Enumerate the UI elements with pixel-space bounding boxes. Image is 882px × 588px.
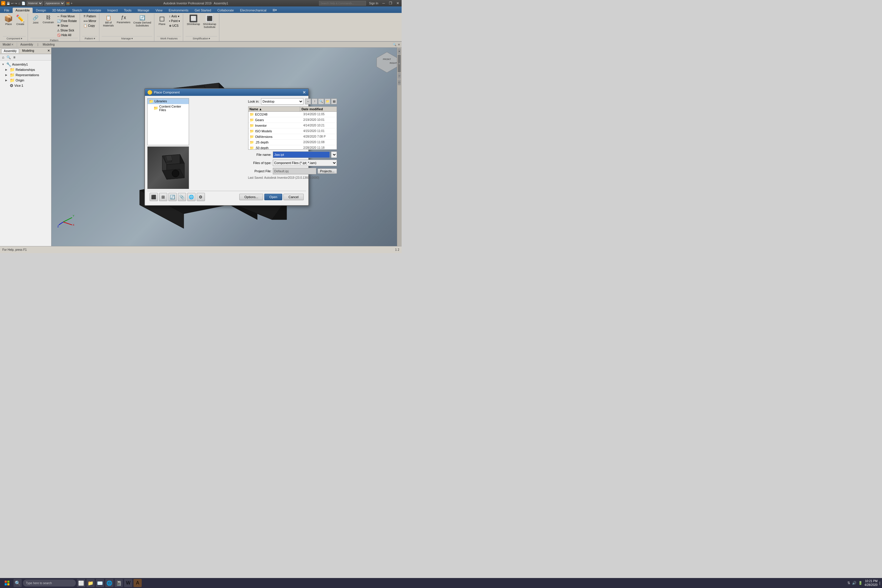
- axis-button[interactable]: ↕ Axis ▾: [168, 14, 181, 18]
- tab-inspect[interactable]: Inspect: [104, 8, 120, 13]
- free-move-button[interactable]: ↔ Free Move: [56, 14, 78, 18]
- projects-button[interactable]: Projects...: [318, 168, 337, 174]
- create-derived-button[interactable]: 🔄 Create DerivedSubstitutes: [132, 14, 153, 28]
- tab-view[interactable]: View: [153, 8, 165, 13]
- tab-file[interactable]: File: [1, 8, 12, 13]
- plane-button[interactable]: ◻ Plane: [157, 14, 167, 27]
- tree-origin[interactable]: ▶ 📁 Origin: [5, 78, 50, 83]
- simplification-group-label[interactable]: Simplification ▾: [186, 36, 217, 40]
- tab-collaborate[interactable]: Collaborate: [214, 8, 237, 13]
- qat-save[interactable]: 💾: [6, 2, 10, 5]
- panel-assembly[interactable]: Assembly: [20, 43, 34, 46]
- nav-view-btn[interactable]: ▤: [331, 99, 337, 104]
- file-name-dropdown[interactable]: ▾: [331, 152, 337, 158]
- file-item-inventor[interactable]: 📁 Inventor 4/14/2020 10:21: [248, 123, 337, 129]
- viewport[interactable]: FRONT RIGHT × ⊙ ☞ □: [51, 48, 402, 246]
- close-btn[interactable]: ✕: [395, 1, 400, 5]
- qat-undo[interactable]: ↩: [11, 2, 14, 5]
- qat-home[interactable]: ⌂: [18, 2, 20, 5]
- tree-vice[interactable]: ⚙ Vice:1: [5, 83, 50, 88]
- col-name-header[interactable]: Name ▲: [248, 107, 300, 111]
- pattern-button[interactable]: ⠿ Pattern: [82, 14, 98, 18]
- sign-in[interactable]: Sign In: [368, 2, 379, 5]
- tab-assemble[interactable]: Assemble: [13, 8, 33, 13]
- tab-assembly[interactable]: Assembly: [1, 48, 19, 53]
- qat-new[interactable]: 📄: [21, 2, 26, 5]
- file-item-eco248[interactable]: 📁 ECO248 3/14/2020 11:05: [248, 112, 337, 117]
- parameters-button[interactable]: ƒx Parameters: [116, 14, 132, 25]
- libraries-item[interactable]: 📁 Libraries: [148, 99, 189, 104]
- dialog-close-button[interactable]: ✕: [303, 90, 306, 94]
- tab-more[interactable]: ⊞▾: [270, 8, 280, 13]
- file-list[interactable]: 📁 ECO248 3/14/2020 11:05 📁 Gears: [248, 111, 337, 150]
- tab-modeling[interactable]: Modeling: [20, 48, 36, 53]
- pattern-group-label[interactable]: Pattern ▾: [82, 36, 98, 40]
- cancel-button[interactable]: Cancel: [284, 194, 303, 200]
- manage-group-label[interactable]: Manage ▾: [102, 36, 152, 40]
- nav-search-btn[interactable]: 🔍: [318, 99, 324, 104]
- restore-btn[interactable]: ❐: [388, 1, 393, 5]
- dialog-tool-5[interactable]: 🌐: [187, 193, 195, 201]
- look-in-dropdown[interactable]: Desktop: [261, 98, 303, 105]
- sidebar-home-icon[interactable]: ⌂: [1, 55, 5, 60]
- nav-folder-btn[interactable]: 📁: [325, 99, 330, 104]
- joint-button[interactable]: 🔗 Joint: [30, 14, 41, 25]
- content-center-item[interactable]: 📁 Content Center Files: [148, 104, 189, 112]
- sidebar-search-icon[interactable]: 🔍: [6, 55, 12, 60]
- dialog-tool-6[interactable]: ⚙: [196, 193, 205, 201]
- place-button[interactable]: 📦 Place: [3, 14, 14, 27]
- minimize-btn[interactable]: ─: [381, 1, 386, 5]
- file-item-50depth[interactable]: 📁 .50 depth 2/28/2020 11:18: [248, 145, 337, 150]
- tree-root[interactable]: ▼ 🔧 Assembly1: [1, 62, 50, 67]
- point-button[interactable]: • Point ▾: [168, 19, 181, 23]
- dialog-tool-4[interactable]: 📎: [178, 193, 186, 201]
- appearance-dropdown[interactable]: Appearance: [44, 1, 65, 6]
- component-group-label[interactable]: Component ▾: [3, 36, 26, 40]
- dialog-tool-2[interactable]: ⊞: [159, 193, 167, 201]
- material-dropdown[interactable]: Material: [27, 1, 43, 6]
- dialog-tool-3[interactable]: 🔄: [168, 193, 177, 201]
- file-item-gears[interactable]: 📁 Gears 2/19/2020 10:01: [248, 117, 337, 123]
- tab-3dmodel[interactable]: 3D Model: [49, 8, 69, 13]
- ucs-button[interactable]: ⊕ UCS: [168, 24, 181, 28]
- tab-sketch[interactable]: Sketch: [69, 8, 85, 13]
- tab-manage[interactable]: Manage: [135, 8, 152, 13]
- file-item-oldversions[interactable]: 📁 OldVersions 4/28/2020 7:08 P: [248, 134, 337, 140]
- copy-button[interactable]: 📋 Copy: [82, 24, 98, 28]
- mirror-button[interactable]: ⟺ Mirror: [82, 19, 98, 23]
- tab-tools[interactable]: Tools: [121, 8, 135, 13]
- shrinkwrap-substitute-button[interactable]: 🔳 ShrinkwrapSubstitute: [202, 14, 217, 29]
- tab-annotate[interactable]: Annotate: [85, 8, 104, 13]
- file-item-isomodels[interactable]: 📁 ISO Models 4/15/2020 11:01: [248, 129, 337, 134]
- open-button[interactable]: Open: [264, 194, 282, 200]
- dialog-tool-1[interactable]: ⬛: [150, 193, 158, 201]
- panel-search-icon[interactable]: 🔍: [393, 43, 396, 46]
- nav-back-btn[interactable]: ←: [305, 99, 311, 104]
- folder-tree-panel[interactable]: 📁 Libraries 📁 Content Center Files: [147, 98, 189, 145]
- show-sick-button[interactable]: ⚠ Show Sick: [56, 28, 78, 33]
- qat-calc[interactable]: 🧮: [66, 2, 70, 5]
- qat-redo[interactable]: ↪: [15, 2, 17, 5]
- create-button[interactable]: ✏️ Create: [15, 14, 26, 27]
- constrain-button[interactable]: ⛓ Constrain: [42, 14, 55, 25]
- tab-getstarted[interactable]: Get Started: [192, 8, 214, 13]
- files-type-dropdown[interactable]: Component Files (*.ipt; *.iam): [273, 160, 337, 166]
- help-search[interactable]: [319, 1, 366, 6]
- sidebar-menu-icon[interactable]: ≡: [12, 55, 16, 60]
- file-name-input[interactable]: [273, 152, 330, 158]
- bom-button[interactable]: 📋 Bill ofMaterials: [102, 14, 115, 28]
- show-button[interactable]: 👁 Show: [56, 24, 78, 28]
- hide-all-button[interactable]: 🚫 Hide All: [56, 33, 78, 38]
- shrinkwrap-button[interactable]: 🔲 Shrinkwrap: [186, 14, 201, 27]
- options-button[interactable]: Options...: [239, 194, 263, 200]
- tree-representations[interactable]: ▶ 📁 Representations: [5, 72, 50, 78]
- free-rotate-button[interactable]: 🔄 Free Rotate: [56, 19, 78, 23]
- file-item-25depth[interactable]: 📁 .25 depth 2/26/2020 11:08: [248, 140, 337, 145]
- close-model-btn[interactable]: ✕: [47, 49, 50, 52]
- tab-design[interactable]: Design: [33, 8, 49, 13]
- panel-menu-icon[interactable]: ≡: [398, 43, 400, 46]
- nav-up-btn[interactable]: ↑: [312, 99, 318, 104]
- panel-component[interactable]: Model ✕: [2, 43, 14, 46]
- tab-environments[interactable]: Environments: [166, 8, 191, 13]
- panel-modeling[interactable]: Modeling: [42, 43, 56, 46]
